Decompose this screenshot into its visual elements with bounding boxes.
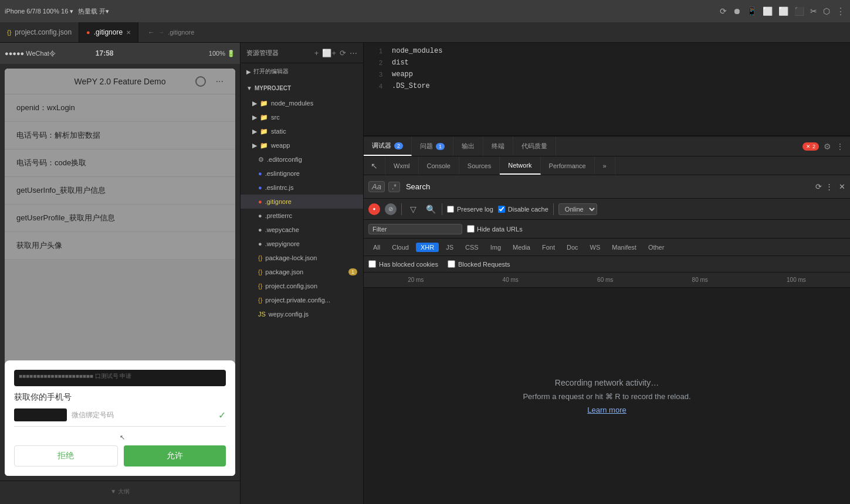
type-xhr[interactable]: XHR [416,243,439,252]
file-project-private[interactable]: {} project.private.config... [241,293,363,307]
connect-icon[interactable]: ⬡ [823,6,830,16]
window-icon[interactable]: ⬜ [763,6,773,16]
nav-back-icon[interactable]: ← [148,29,154,36]
type-cloud[interactable]: Cloud [387,243,414,252]
devtools-tab-output[interactable]: 输出 [453,137,483,156]
reload-icon[interactable]: ⟳ [720,6,727,16]
devtools-tab-quality[interactable]: 代码质量 [513,137,556,156]
git-icon-file: ● [258,198,262,205]
tab-gitignore[interactable]: ● .gitignore ✕ [79,22,138,42]
folder-static[interactable]: ▶ 📁 static [241,124,363,138]
search-regex-btn[interactable]: .* [388,182,400,192]
disable-cache-checkbox[interactable] [498,206,505,213]
scissors-icon[interactable]: ✂ [810,6,817,16]
file-prettierrc-label: .prettierrc [265,212,292,219]
type-other[interactable]: Other [644,243,669,252]
search-network-icon[interactable]: 🔍 [424,203,437,216]
file-eslintignore[interactable]: ● .eslintignore [241,166,363,181]
throttle-select[interactable]: Online [558,203,597,215]
dialog-test-label: ■■■■■■■■■■■■■■■■■■■■■ 口测试号 申请 [19,373,131,379]
record-button[interactable]: ● [368,203,380,215]
file-wepycache[interactable]: ● .wepycache [241,223,363,237]
dialog-allow-button[interactable]: 允许 [124,445,226,466]
preserve-log-check[interactable]: Preserve log [447,206,493,213]
project-header[interactable]: ▼ MYPROJECT [241,80,363,96]
device-selector[interactable]: iPhone 6/7/8 100% 16 ▾ 热量载 开▾ [5,7,109,16]
type-font[interactable]: Font [537,243,560,252]
editor-code[interactable]: node_modules dist weapp .DS_Store [387,43,850,135]
type-img[interactable]: Img [486,243,506,252]
blocked-requests-checkbox[interactable] [448,260,455,268]
grid-icon[interactable]: ⬛ [794,6,804,16]
panel-tab-console[interactable]: Console [419,156,459,175]
file-wepy-config[interactable]: JS wepy.config.js [241,307,363,321]
panel-tab-wxml[interactable]: Wxml [385,156,419,175]
preserve-log-checkbox[interactable] [447,206,454,213]
record-icon[interactable]: ⏺ [733,6,741,16]
type-js[interactable]: JS [441,243,458,252]
search-close-btn[interactable]: ✕ [839,182,845,191]
expand-label[interactable]: ▼ 大纲 [110,488,130,496]
dialog-reject-button[interactable]: 拒绝 [14,445,118,466]
devtools-tab-problems[interactable]: 问题 1 [412,137,453,156]
open-editors-section[interactable]: ▶ 打开的编辑器 [241,63,363,80]
file-wepyignore[interactable]: ● .wepyignore [241,237,363,251]
file-package-lock[interactable]: {} package-lock.json [241,251,363,265]
type-ws[interactable]: WS [585,243,605,252]
layout-icon[interactable]: ⬜ [778,6,788,16]
file-package-json[interactable]: {} package.json 1 [241,265,363,279]
folder-weapp[interactable]: ▶ 📁 weapp [241,138,363,152]
hide-data-urls-check[interactable]: Hide data URLs [467,225,523,233]
devtools-tab-debugger[interactable]: 调试器 2 [364,137,412,156]
type-css[interactable]: CSS [460,243,483,252]
more-top-icon[interactable]: ⋮ [836,6,845,17]
devtools-more-icon[interactable]: ⋮ [836,142,844,151]
folder-src[interactable]: ▶ 📁 src [241,110,363,124]
file-eslintrc[interactable]: ● .eslintrc.js [241,181,363,195]
panel-tab-sources[interactable]: Sources [459,156,500,175]
tab-project-config[interactable]: {} project.config.json [0,22,79,42]
filter-input[interactable] [368,224,462,234]
type-media[interactable]: Media [508,243,535,252]
collapse-icon[interactable]: ⋯ [350,49,357,57]
type-all[interactable]: All [368,243,385,252]
devtools-tab-terminal[interactable]: 终端 [483,137,513,156]
folder-node-modules[interactable]: ▶ 📁 node_modules [241,96,363,110]
tab-close-button[interactable]: ✕ [126,29,131,36]
type-manifest[interactable]: Manifest [607,243,641,252]
timeline-20ms: 20 ms [408,277,424,283]
has-blocked-cookies[interactable]: Has blocked cookies [368,260,438,268]
refresh-explorer-icon[interactable]: ⟳ [340,49,346,57]
nav-forward-icon[interactable]: → [158,29,164,36]
search-more-btn[interactable]: ⋮ [825,182,833,191]
dialog-phone-input[interactable] [14,408,67,421]
timeline-40ms: 40 ms [503,277,519,283]
file-editorconfig[interactable]: ⚙ .editorconfig [241,152,363,166]
package-lock-icon: {} [258,254,262,261]
type-doc[interactable]: Doc [562,243,583,252]
panel-tab-performance[interactable]: Performance [541,156,595,175]
file-gitignore[interactable]: ● .gitignore [241,195,363,209]
stop-button[interactable]: ⊘ [385,203,397,215]
panel-tab-network[interactable]: Network [500,156,540,175]
new-file-icon[interactable]: + [314,49,319,57]
blocked-requests[interactable]: Blocked Requests [448,260,510,268]
search-refresh-btn[interactable]: ⟳ [815,182,822,191]
panel-tab-more[interactable]: » [595,156,615,175]
filter-bar: Hide data URLs [364,220,850,239]
search-input-value[interactable]: Search [404,182,812,191]
filter-icon[interactable]: ▽ [407,203,419,216]
panel-tab-cursor[interactable]: ↖ [364,156,385,175]
learn-more-link[interactable]: Learn more [587,406,626,414]
editor-gutter: 1 2 3 4 [364,43,387,135]
hide-data-urls-checkbox[interactable] [467,225,475,233]
gear-icon[interactable]: ⚙ [824,142,831,151]
phone-icon[interactable]: 📱 [747,6,757,16]
search-aa-btn[interactable]: Aa [368,181,385,192]
new-folder-icon[interactable]: ⬜+ [322,49,336,57]
blocked-cookies-checkbox[interactable] [368,260,376,268]
file-prettierrc[interactable]: ● .prettierrc [241,209,363,223]
line-num-4: 4 [364,80,382,92]
disable-cache-check[interactable]: Disable cache [498,206,548,213]
file-project-config[interactable]: {} project.config.json [241,279,363,293]
